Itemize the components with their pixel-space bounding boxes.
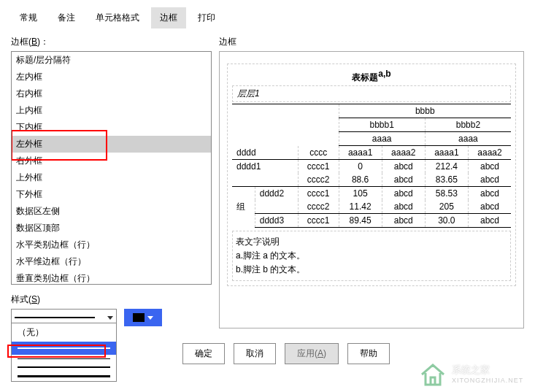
chevron-down-icon (147, 316, 153, 320)
line-style-preview (15, 317, 95, 318)
list-item[interactable]: 右内框 (12, 85, 211, 102)
list-item[interactable]: 水平维边框（行） (12, 253, 211, 270)
list-item[interactable]: 左外框 (12, 136, 211, 153)
preview-layer-label: 层层1 (232, 85, 511, 102)
chevron-down-icon (107, 316, 113, 320)
list-item[interactable]: 数据区左侧 (12, 203, 211, 220)
tab-general[interactable]: 常规 (11, 7, 46, 28)
tab-bar: 常规 备注 单元格格式 边框 打印 (0, 0, 535, 28)
list-item[interactable]: 上外框 (12, 169, 211, 186)
border-preview: 表标题a,b 层层1 bbbb bbbb1 bbbb2 (219, 51, 524, 328)
tab-border[interactable]: 边框 (151, 7, 186, 28)
watermark: 系统之家 XITONGZHIJIA.NET (418, 356, 535, 392)
list-item[interactable]: 右外框 (12, 153, 211, 169)
list-item[interactable]: 标题/层分隔符 (12, 52, 211, 69)
list-item[interactable]: 上内框 (12, 102, 211, 119)
border-list-label: 边框(B)： (11, 36, 212, 48)
preview-footnotes: 表文字说明 a.脚注 a 的文本。 b.脚注 b 的文本。 (232, 231, 511, 281)
tab-notes[interactable]: 备注 (49, 7, 84, 28)
tab-print[interactable]: 打印 (189, 7, 224, 28)
list-item[interactable]: 左内框 (12, 69, 211, 85)
dropdown-item-none[interactable]: （无） (12, 323, 116, 342)
preview-table: bbbb bbbb1 bbbb2 aaaa aaaa dddd cccc (232, 104, 511, 228)
dropdown-item-line[interactable] (12, 363, 116, 372)
house-icon (418, 361, 447, 387)
dropdown-item-line[interactable] (12, 342, 116, 355)
list-item[interactable]: 垂直类别边框（行） (12, 270, 211, 285)
cancel-button[interactable]: 取消 (234, 343, 276, 364)
list-item[interactable]: 下外框 (12, 186, 211, 203)
color-swatch (133, 313, 145, 322)
apply-button[interactable]: 应用(A) (285, 343, 339, 364)
dialog-buttons: 确定 取消 应用(A) 帮助 (182, 343, 390, 364)
help-button[interactable]: 帮助 (347, 343, 390, 364)
list-item[interactable]: 水平类别边框（行） (12, 237, 211, 253)
dropdown-item-line[interactable] (12, 355, 116, 363)
style-label: 样式(S) (11, 293, 212, 306)
list-item[interactable]: 数据区顶部 (12, 220, 211, 237)
color-picker-button[interactable] (124, 309, 162, 326)
tab-cellformat[interactable]: 单元格格式 (87, 7, 148, 28)
list-item[interactable]: 下内框 (12, 119, 211, 136)
ok-button[interactable]: 确定 (182, 343, 225, 364)
preview-label: 边框 (219, 36, 524, 48)
dropdown-item-line[interactable] (12, 372, 116, 381)
border-listbox[interactable]: 标题/层分隔符 左内框 右内框 上内框 下内框 左外框 右外框 上外框 下外框 … (11, 51, 212, 285)
style-dropdown-list[interactable]: （无） (11, 323, 117, 382)
preview-table-title: 表标题a,b (232, 69, 511, 84)
